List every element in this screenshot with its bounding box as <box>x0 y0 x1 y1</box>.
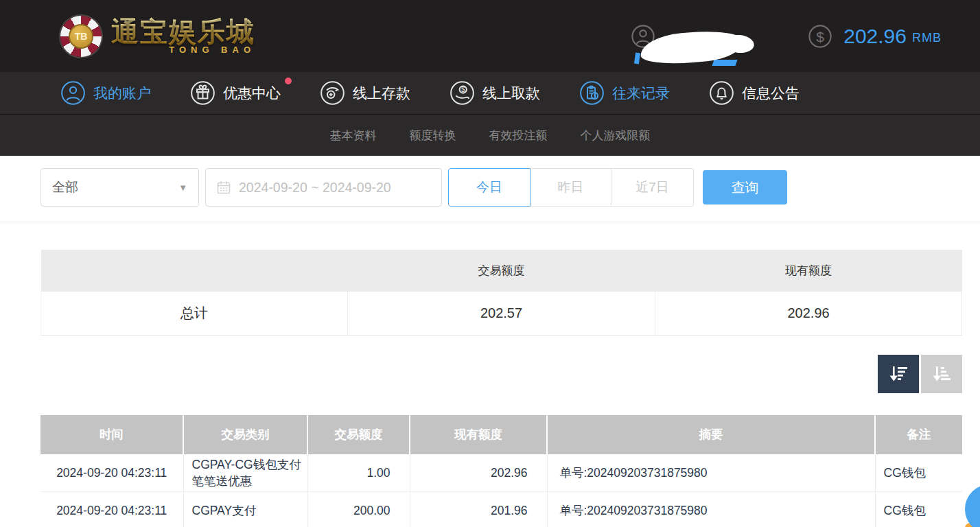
nav-item-online-deposit[interactable]: 线上存款 <box>320 80 410 106</box>
sort-descending-button[interactable] <box>878 355 919 393</box>
site-subtitle: TONG BAO <box>111 45 255 55</box>
cell-summary: 单号:202409203731875980 <box>547 454 875 492</box>
cell-transaction-amount: 1.00 <box>307 454 410 492</box>
select-value: 全部 <box>52 178 178 196</box>
calendar-icon <box>215 179 232 196</box>
gift-icon <box>190 80 215 106</box>
cell-time: 2024-09-20 04:23:11 <box>40 454 183 492</box>
balance-amount: 202.96 <box>843 25 907 48</box>
svg-text:$: $ <box>461 86 465 93</box>
summary-header-blank <box>41 250 348 292</box>
nav-label: 往来记录 <box>612 84 670 103</box>
section-divider <box>0 222 980 222</box>
nav-label: 优惠中心 <box>223 84 281 103</box>
cell-current-amount: 202.96 <box>410 454 547 492</box>
poker-chip-icon: TB <box>60 16 102 57</box>
table-row: 2024-09-20 04:23:11 CGPAY支付 200.00 201.9… <box>40 492 962 527</box>
redacted-username-fragment <box>634 52 640 64</box>
bell-icon <box>709 80 734 106</box>
notification-dot <box>285 78 292 84</box>
summary-current-amount: 202.96 <box>655 292 962 335</box>
col-header-transaction-amount: 交易额度 <box>307 415 410 454</box>
summary-table: 交易额度 现有额度 总计 202.57 202.96 <box>40 250 962 336</box>
main-nav: 我的账户 优惠中心 线上存款 $ <box>0 72 980 115</box>
col-header-transaction-type: 交易类别 <box>183 415 307 454</box>
site-title: 通宝娱乐城 <box>111 17 255 46</box>
user-account-display <box>631 24 768 49</box>
sub-nav: 基本资料 额度转换 有效投注额 个人游戏限额 <box>0 115 980 156</box>
cell-transaction-amount: 200.00 <box>307 492 410 527</box>
cell-transaction-type: CGPAY-CG钱包支付笔笔送优惠 <box>183 454 307 492</box>
records-table: 时间 交易类别 交易额度 现有额度 摘要 备注 2024-09-20 04:23… <box>40 415 962 527</box>
redacted-username-fragment <box>712 60 738 66</box>
filter-bar: 全部 ▼ 2024-09-20 ~ 2024-09-20 今日 昨日 近7日 查… <box>40 168 980 207</box>
floating-service-button[interactable] <box>965 484 980 527</box>
col-header-time: 时间 <box>40 415 183 454</box>
top-header: TB 通宝娱乐城 TONG BAO $ 202.96 RMB <box>0 0 980 72</box>
quick-last7days-button[interactable]: 近7日 <box>611 168 694 207</box>
balance-display: $ 202.96 RMB <box>808 24 942 49</box>
nav-item-announcements[interactable]: 信息公告 <box>709 80 800 106</box>
nav-item-online-withdrawal[interactable]: $ 线上取款 <box>450 80 540 106</box>
sort-controls <box>40 355 962 393</box>
subnav-item-valid-bets[interactable]: 有效投注额 <box>489 128 548 143</box>
deposit-icon <box>320 80 345 106</box>
cell-remarks: CG钱包 <box>875 454 962 492</box>
subnav-item-personal-game-limit[interactable]: 个人游戏限额 <box>581 128 651 143</box>
quick-date-segment: 今日 昨日 近7日 <box>448 168 694 207</box>
cell-current-amount: 201.96 <box>410 492 547 527</box>
col-header-current-amount: 现有额度 <box>410 415 547 454</box>
nav-item-my-account[interactable]: 我的账户 <box>60 80 151 106</box>
query-button[interactable]: 查询 <box>703 170 787 204</box>
table-row: 2024-09-20 04:23:11 CGPAY-CG钱包支付笔笔送优惠 1.… <box>40 454 962 492</box>
summary-total-row: 总计 202.57 202.96 <box>41 292 962 335</box>
quick-today-button[interactable]: 今日 <box>448 168 530 207</box>
date-range-input[interactable]: 2024-09-20 ~ 2024-09-20 <box>205 168 442 207</box>
site-logo[interactable]: TB 通宝娱乐城 TONG BAO <box>60 16 255 57</box>
svg-text:$: $ <box>816 28 824 44</box>
nav-label: 线上取款 <box>482 84 540 103</box>
header-right: $ 202.96 RMB <box>631 0 942 72</box>
transaction-type-select[interactable]: 全部 ▼ <box>40 168 199 207</box>
chip-monogram: TB <box>69 24 93 49</box>
nav-item-promotions[interactable]: 优惠中心 <box>190 80 281 106</box>
quick-yesterday-button[interactable]: 昨日 <box>530 168 611 207</box>
cell-transaction-type: CGPAY支付 <box>183 492 307 527</box>
summary-header-current-amount: 现有额度 <box>655 250 962 292</box>
nav-label: 线上存款 <box>353 84 410 103</box>
nav-label: 信息公告 <box>742 84 800 103</box>
nav-list: 我的账户 优惠中心 线上存款 $ <box>60 80 800 106</box>
col-header-summary: 摘要 <box>547 415 875 454</box>
withdraw-icon: $ <box>450 80 475 106</box>
cell-summary: 单号:202409203731875980 <box>547 492 875 527</box>
subnav-item-credit-transfer[interactable]: 额度转换 <box>410 128 456 143</box>
nav-item-transaction-records[interactable]: 往来记录 <box>579 80 670 106</box>
chevron-down-icon: ▼ <box>178 183 187 193</box>
nav-label: 我的账户 <box>93 84 151 103</box>
balance-currency: RMB <box>912 31 942 45</box>
records-header-row: 时间 交易类别 交易额度 现有额度 摘要 备注 <box>40 415 962 454</box>
cell-time: 2024-09-20 04:23:11 <box>40 492 183 527</box>
sort-ascending-icon <box>930 362 953 386</box>
sort-ascending-button[interactable] <box>921 355 962 393</box>
summary-transaction-amount: 202.57 <box>347 292 655 335</box>
sort-descending-icon <box>887 362 910 386</box>
summary-header-transaction-amount: 交易额度 <box>347 250 655 292</box>
dollar-coin-icon: $ <box>808 24 832 49</box>
logo-text: 通宝娱乐城 TONG BAO <box>111 17 255 55</box>
subnav-item-basic-info[interactable]: 基本资料 <box>330 128 377 143</box>
cell-remarks: CG钱包 <box>875 492 962 527</box>
summary-header-row: 交易额度 现有额度 <box>41 250 962 292</box>
col-header-remarks: 备注 <box>875 415 962 454</box>
summary-total-label: 总计 <box>41 292 348 335</box>
user-icon <box>60 80 86 106</box>
records-icon <box>579 80 605 106</box>
date-range-value: 2024-09-20 ~ 2024-09-20 <box>239 180 391 196</box>
